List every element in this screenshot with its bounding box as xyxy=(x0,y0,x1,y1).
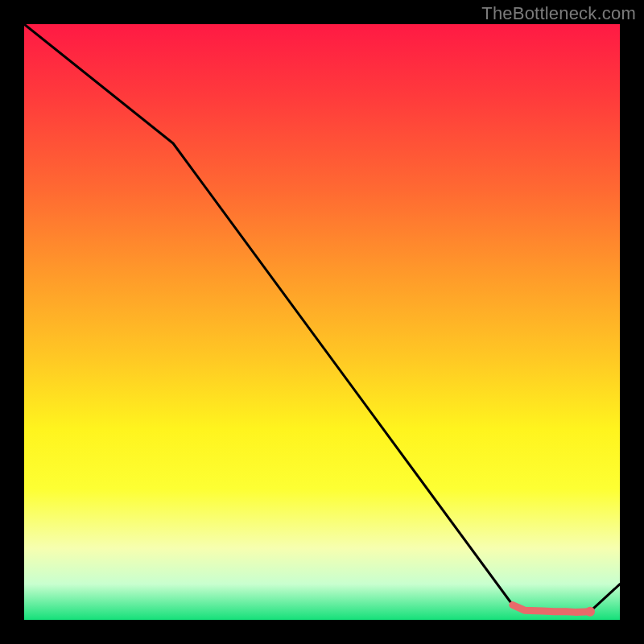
chart-overlay xyxy=(24,24,620,620)
main-line xyxy=(24,24,620,612)
plot-area xyxy=(24,24,620,620)
accent-dot xyxy=(585,607,595,617)
bottleneck-line xyxy=(24,24,620,612)
accent-segment xyxy=(513,605,595,617)
accent-line xyxy=(513,605,590,613)
watermark-text: TheBottleneck.com xyxy=(481,3,636,24)
chart-container: TheBottleneck.com xyxy=(0,0,644,644)
